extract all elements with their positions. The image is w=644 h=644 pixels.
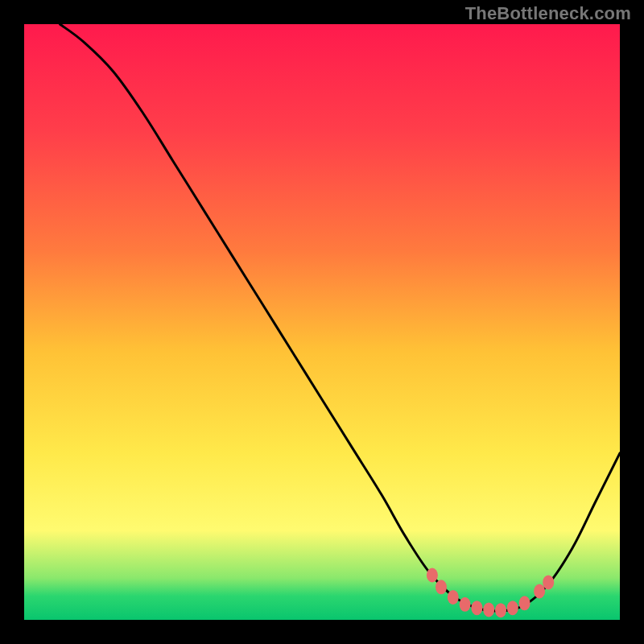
curve-marker [543, 575, 554, 589]
curve-marker [534, 584, 545, 599]
curve-marker [483, 602, 494, 617]
curve-marker [448, 590, 459, 605]
curve-marker [427, 568, 438, 583]
curve-marker [471, 601, 482, 615]
curve-marker [495, 603, 506, 617]
plot-background [24, 24, 620, 620]
watermark-text: TheBottleneck.com [465, 3, 631, 24]
curve-marker [507, 601, 518, 615]
curve-marker [519, 596, 530, 610]
curve-marker [460, 597, 471, 612]
bottleneck-chart [0, 0, 644, 644]
chart-container: TheBottleneck.com [0, 0, 644, 644]
curve-marker [436, 580, 447, 594]
